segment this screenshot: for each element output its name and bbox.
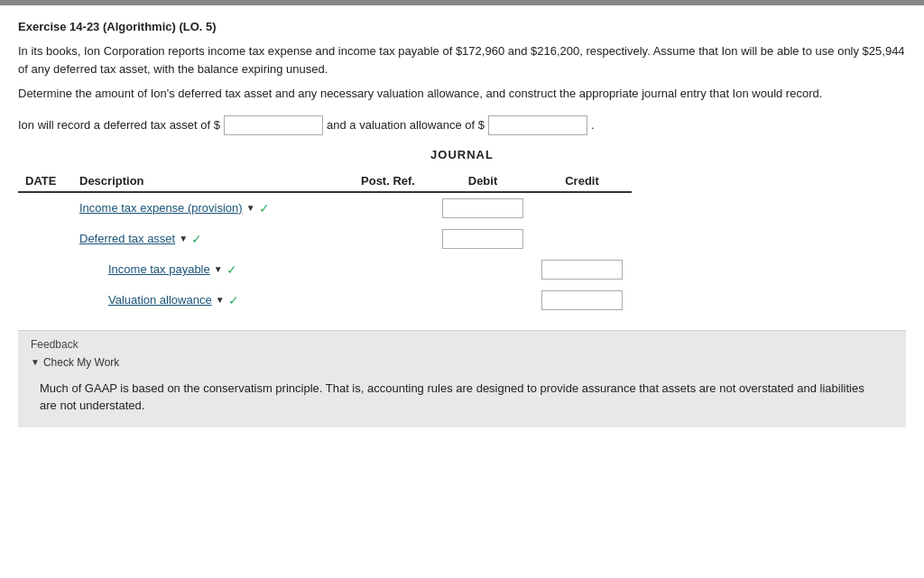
table-row: Income tax expense (provision) ▼ ✓ xyxy=(18,192,632,224)
dropdown-arrow-3[interactable]: ▼ xyxy=(214,264,223,274)
table-header-row: DATE Description Post. Ref. Debit Credit xyxy=(18,170,632,192)
postref-cell-2 xyxy=(343,224,433,254)
date-cell-2 xyxy=(18,224,72,254)
check-mark-3: ✓ xyxy=(226,262,237,277)
dropdown-arrow-2[interactable]: ▼ xyxy=(179,234,188,243)
credit-cell-3 xyxy=(532,254,632,285)
col-header-date: DATE xyxy=(18,170,72,192)
valuation-middle: and a valuation allowance of $ xyxy=(327,118,485,132)
postref-cell-3 xyxy=(343,254,433,285)
description-link-4[interactable]: Valuation allowance xyxy=(108,293,212,307)
description-link-2[interactable]: Deferred tax asset xyxy=(79,232,175,245)
description-link-1[interactable]: Income tax expense (provision) xyxy=(79,201,243,215)
table-row: Deferred tax asset ▼ ✓ xyxy=(18,224,632,254)
debit-input-2[interactable] xyxy=(442,229,523,249)
valuation-allowance-input[interactable] xyxy=(488,115,587,135)
debit-cell-1 xyxy=(433,192,532,224)
triangle-icon: ▼ xyxy=(31,357,40,367)
credit-cell-1 xyxy=(532,192,632,224)
exercise-title: Exercise 14-23 (Algorithmic) (LO. 5) xyxy=(18,20,906,33)
postref-cell-1 xyxy=(343,192,433,224)
deferred-asset-prefix: Ion will record a deferred tax asset of … xyxy=(18,118,220,132)
credit-input-3[interactable] xyxy=(541,260,623,280)
credit-cell-4 xyxy=(532,285,632,316)
col-header-description: Description xyxy=(72,170,343,192)
credit-input-4[interactable] xyxy=(541,290,623,310)
description-link-3[interactable]: Income tax payable xyxy=(108,262,210,276)
main-content: Exercise 14-23 (Algorithmic) (LO. 5) In … xyxy=(0,5,924,442)
credit-cell-2 xyxy=(532,224,632,254)
debit-cell-3 xyxy=(433,254,532,285)
feedback-text: Much of GAAP is based on the conservatis… xyxy=(31,374,893,420)
desc-cell-2: Deferred tax asset ▼ ✓ xyxy=(72,224,343,254)
paragraph-1: In its books, Ion Corporation reports in… xyxy=(18,42,906,78)
feedback-section: Feedback ▼ Check My Work Much of GAAP is… xyxy=(18,330,906,427)
date-cell-4 xyxy=(18,285,72,316)
col-header-postref: Post. Ref. xyxy=(343,170,433,192)
dropdown-arrow-1[interactable]: ▼ xyxy=(246,203,255,213)
paragraph-2: Determine the amount of Ion's deferred t… xyxy=(18,85,906,103)
table-row: Income tax payable ▼ ✓ xyxy=(18,254,632,285)
date-cell-3 xyxy=(18,254,72,285)
postref-cell-4 xyxy=(343,285,433,316)
check-my-work-label: Check My Work xyxy=(43,356,119,369)
check-mark-1: ✓ xyxy=(259,201,270,216)
debit-cell-4 xyxy=(433,285,532,316)
debit-cell-2 xyxy=(433,224,532,254)
check-my-work[interactable]: ▼ Check My Work xyxy=(31,356,893,369)
journal-table: DATE Description Post. Ref. Debit Credit… xyxy=(18,170,632,316)
row-suffix: . xyxy=(591,118,595,132)
desc-cell-4: Valuation allowance ▼ ✓ xyxy=(72,285,343,316)
col-header-debit: Debit xyxy=(433,170,532,192)
table-row: Valuation allowance ▼ ✓ xyxy=(18,285,632,316)
col-header-credit: Credit xyxy=(532,170,632,192)
date-cell-1 xyxy=(18,192,72,224)
check-mark-2: ✓ xyxy=(191,232,202,246)
journal-title: JOURNAL xyxy=(18,148,906,161)
desc-cell-3: Income tax payable ▼ ✓ xyxy=(72,254,343,285)
check-mark-4: ✓ xyxy=(228,293,239,307)
inline-input-row: Ion will record a deferred tax asset of … xyxy=(18,115,906,135)
debit-input-1[interactable] xyxy=(442,198,523,218)
dropdown-arrow-4[interactable]: ▼ xyxy=(216,295,225,305)
feedback-label: Feedback xyxy=(31,338,893,351)
deferred-asset-input[interactable] xyxy=(224,115,323,135)
desc-cell-1: Income tax expense (provision) ▼ ✓ xyxy=(72,192,343,224)
